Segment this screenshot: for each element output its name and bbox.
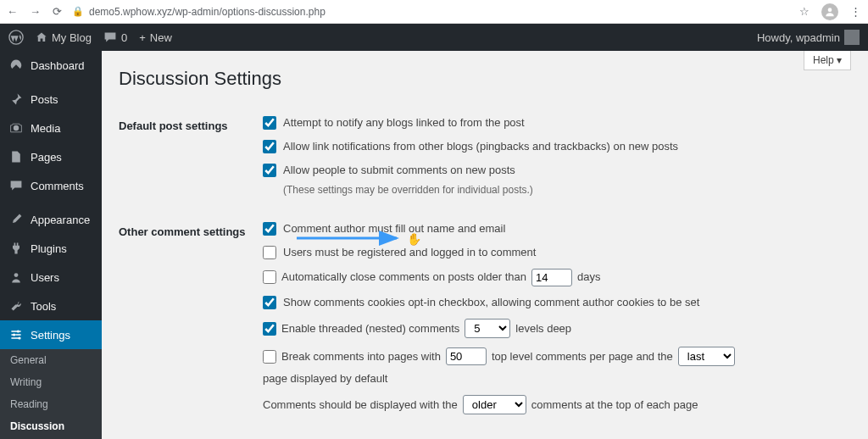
opt-cookies-optin[interactable]: Show comments cookies opt-in checkbox, a… <box>263 295 851 310</box>
svg-point-6 <box>18 336 20 339</box>
opt-allow-comments[interactable]: Allow people to submit comments on new p… <box>263 163 851 178</box>
input-close-days[interactable] <box>531 269 572 286</box>
wp-logo-icon[interactable] <box>8 30 24 45</box>
comments-bubble[interactable]: 0 <box>103 31 127 44</box>
opt-threaded[interactable]: Enable threaded (nested) comments 5 leve… <box>263 319 851 338</box>
help-button[interactable]: Help ▾ <box>804 51 851 70</box>
profile-icon[interactable] <box>821 3 838 20</box>
reload-icon[interactable]: ⟳ <box>53 5 62 18</box>
section-other-heading: Other comment settings <box>119 213 263 432</box>
select-thread-depth[interactable]: 5 <box>465 319 510 338</box>
sidebar-item-plugins[interactable]: Plugins <box>0 234 102 263</box>
submenu-reading[interactable]: Reading <box>0 393 102 415</box>
user-icon <box>8 270 24 285</box>
wp-admin-bar: My Blog 0 + New Howdy, wpadmin <box>0 24 868 51</box>
svg-point-3 <box>14 273 19 277</box>
sidebar-item-users[interactable]: Users <box>0 263 102 292</box>
opt-auto-close[interactable]: Automatically close comments on posts ol… <box>263 269 851 286</box>
submenu-discussion[interactable]: Discussion <box>0 415 102 437</box>
site-name: My Blog <box>52 31 92 44</box>
forward-icon[interactable]: → <box>30 5 41 18</box>
new-label: New <box>150 31 172 44</box>
default-post-note: (These settings may be overridden for in… <box>283 184 851 196</box>
url-text: demo5.wphow.xyz/wp-admin/options-discuss… <box>89 6 326 18</box>
svg-point-4 <box>17 330 19 332</box>
section-default-post-heading: Default post settings <box>119 107 263 213</box>
media-icon <box>8 120 24 136</box>
comment-count: 0 <box>121 31 127 44</box>
plus-icon: + <box>139 31 146 44</box>
menu-icon[interactable]: ⋮ <box>850 5 861 18</box>
admin-sidebar: Dashboard Posts Media Pages Comments App… <box>0 51 102 439</box>
input-per-page[interactable] <box>446 347 487 365</box>
svg-point-0 <box>828 8 832 12</box>
pin-icon <box>8 92 24 107</box>
avatar-icon <box>844 30 860 45</box>
page-icon <box>8 149 24 164</box>
sidebar-item-pages[interactable]: Pages <box>0 142 102 171</box>
checkbox-cookies-optin[interactable] <box>263 296 276 309</box>
checkbox-allow-comments[interactable] <box>263 164 276 177</box>
back-icon[interactable]: ← <box>7 5 18 18</box>
dashboard-icon <box>8 58 24 73</box>
sidebar-item-settings[interactable]: Settings <box>0 320 102 349</box>
address-bar[interactable]: 🔒 demo5.wphow.xyz/wp-admin/options-discu… <box>72 6 789 18</box>
opt-require-registration[interactable]: Users must be registered and logged in t… <box>263 245 851 260</box>
brush-icon <box>8 212 24 227</box>
select-default-page[interactable]: last <box>678 347 735 366</box>
submenu-writing[interactable]: Writing <box>0 371 102 393</box>
checkbox-allow-pingbacks[interactable] <box>263 140 276 153</box>
new-content[interactable]: + New <box>139 31 172 44</box>
opt-comment-order: Comments should be displayed with the ol… <box>263 395 851 414</box>
browser-toolbar: ← → ⟳ 🔒 demo5.wphow.xyz/wp-admin/options… <box>0 0 868 24</box>
main-content: Help ▾ Discussion Settings Default post … <box>102 51 868 439</box>
checkbox-require-name-email[interactable] <box>263 222 276 236</box>
checkbox-auto-close[interactable] <box>263 270 276 284</box>
site-link[interactable]: My Blog <box>36 31 92 44</box>
comment-icon <box>8 178 24 193</box>
checkbox-paginate[interactable] <box>263 350 276 364</box>
sidebar-item-media[interactable]: Media <box>0 114 102 142</box>
sidebar-item-tools[interactable]: Tools <box>0 292 102 320</box>
comment-icon <box>103 31 117 44</box>
checkbox-notify-blogs[interactable] <box>263 116 276 130</box>
sidebar-item-appearance[interactable]: Appearance <box>0 205 102 234</box>
checkbox-require-registration[interactable] <box>263 246 276 259</box>
svg-point-5 <box>13 333 15 336</box>
home-icon <box>36 31 47 43</box>
opt-allow-pingbacks[interactable]: Allow link notifications from other blog… <box>263 139 851 154</box>
sidebar-item-dashboard[interactable]: Dashboard <box>0 51 102 80</box>
checkbox-threaded[interactable] <box>263 322 276 336</box>
howdy-user[interactable]: Howdy, wpadmin <box>757 30 860 45</box>
sidebar-item-posts[interactable]: Posts <box>0 85 102 114</box>
howdy-text: Howdy, wpadmin <box>757 31 840 44</box>
opt-paginate[interactable]: Break comments into pages with top level… <box>263 347 851 386</box>
opt-require-name-email[interactable]: Comment author must fill out name and em… <box>263 221 851 236</box>
submenu-general[interactable]: General <box>0 349 102 371</box>
sidebar-item-comments[interactable]: Comments <box>0 171 102 200</box>
bookmark-icon[interactable]: ☆ <box>799 5 810 18</box>
wrench-icon <box>8 298 24 314</box>
sliders-icon <box>8 327 24 342</box>
section-email-heading: Email me whenever <box>119 431 263 439</box>
page-title: Discussion Settings <box>119 68 851 90</box>
svg-point-2 <box>14 125 19 131</box>
plugin-icon <box>8 241 24 256</box>
opt-notify-blogs[interactable]: Attempt to notify any blogs linked to fr… <box>263 115 851 131</box>
select-comment-order[interactable]: older <box>463 395 526 414</box>
settings-submenu: General Writing Reading Discussion Media… <box>0 349 102 439</box>
lock-icon: 🔒 <box>72 6 84 17</box>
